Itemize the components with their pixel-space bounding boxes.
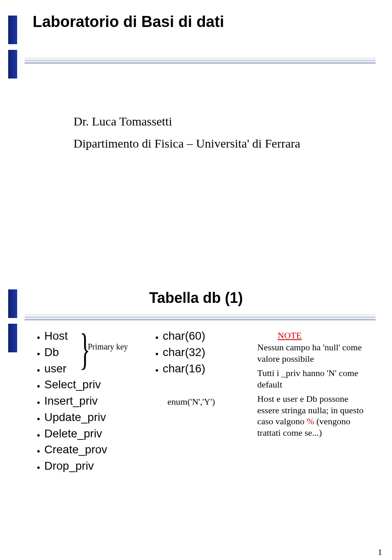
note-percent: % [307, 416, 314, 426]
field-label: Insert_priv [44, 393, 98, 409]
enum-label: enum('N','Y') [167, 396, 257, 407]
separator-bar [24, 57, 376, 64]
decor-block [8, 50, 17, 78]
decor-block [8, 324, 17, 352]
slide-title: Laboratorio di Basi di dati [33, 13, 376, 34]
field-row: ●Insert_priv [37, 393, 155, 409]
field-label: Host [44, 328, 68, 344]
primary-key-label: Primary key [88, 342, 128, 352]
note-paragraph: Tutti i _priv hanno 'N' come default [257, 367, 372, 390]
type-row: ●char(60) [155, 328, 257, 344]
title-area: Laboratorio di Basi di dati [33, 13, 376, 34]
field-label: Create_prov [44, 441, 107, 458]
type-label: char(60) [163, 328, 205, 344]
field-label: Drop_priv [44, 458, 94, 474]
type-label: char(32) [163, 344, 205, 361]
notes-column: NOTE Nessun campo ha 'null' come valore … [257, 328, 372, 474]
field-label: Select_priv [44, 376, 101, 393]
author-line: Dr. Luca Tomassetti [74, 110, 300, 132]
decor-left-blocks [8, 8, 17, 78]
slide-title: Tabella db (1) [8, 289, 384, 307]
affiliation-line: Dipartimento di Fisica – Universita' di … [74, 132, 300, 155]
field-row: ●Delete_priv [37, 426, 155, 442]
field-label: Update_priv [44, 409, 106, 426]
field-row: ●Select_priv [37, 376, 155, 393]
type-label: char(16) [163, 361, 205, 377]
field-label: Db [44, 344, 59, 361]
field-label: user [44, 361, 66, 377]
title-area: Tabella db (1) [8, 289, 384, 307]
separator-bar [24, 314, 376, 320]
slide-2: Tabella db (1) ●Host ●Db ●user ●Select_p… [8, 282, 384, 548]
type-row: ●char(32) [155, 344, 257, 361]
note-paragraph: Host e user e Db possone essere stringa … [257, 393, 372, 438]
field-row: ●Update_priv [37, 409, 155, 426]
field-row: ●user [37, 361, 155, 377]
type-row: ●char(16) [155, 361, 257, 377]
field-row: ●Host [37, 328, 155, 344]
field-label: Delete_priv [44, 426, 102, 442]
field-row: ●Drop_priv [37, 458, 155, 474]
note-title: NOTE [278, 330, 372, 341]
field-row: ●Create_prov [37, 441, 155, 458]
slide-1: Laboratorio di Basi di dati Dr. Luca Tom… [8, 8, 384, 274]
slide1-content: Dr. Luca Tomassetti Dipartimento di Fisi… [74, 110, 300, 155]
page-number: 1 [378, 547, 382, 558]
types-column: ●char(60) ●char(32) ●char(16) enum('N','… [155, 328, 257, 474]
note-paragraph: Nessun campo ha 'null' come valore possi… [257, 342, 372, 364]
decor-block [8, 16, 17, 44]
